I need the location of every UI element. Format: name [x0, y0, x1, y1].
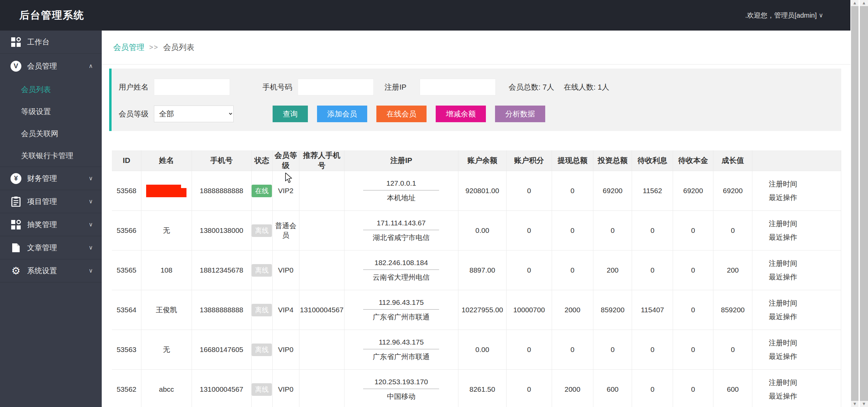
filter-panel: 用户姓名 手机号码 注册IP 会员总数: 7人 在线人数: 1人 — [109, 69, 841, 131]
column-header: 注册IP — [344, 150, 458, 171]
sidebar-item-member-list[interactable]: 会员列表 — [0, 78, 102, 100]
user-menu[interactable]: .欢迎您，管理员[admin] ∨ — [745, 11, 850, 20]
sidebar-item-label: 系统设置 — [27, 266, 89, 276]
cell-phone: 13100004567 — [192, 370, 251, 407]
table-row: 5356818888888888在线VIP2127.0.0.1本机地址92080… — [112, 171, 841, 211]
grid-icon — [10, 219, 22, 230]
status-badge: 离线 — [252, 383, 272, 396]
cell-withdraw-total: 2000 — [552, 370, 593, 407]
cell-level: VIP0 — [272, 370, 299, 407]
sidebar-item-finance[interactable]: ¥ 财务管理 ∨ — [0, 167, 102, 190]
sidebar-item-articles[interactable]: 文章管理 ∨ — [0, 236, 102, 259]
cell-extra: 注册时间最近操作 — [752, 330, 841, 370]
sidebar-item-member-management[interactable]: V 会员管理 ∧ — [0, 54, 102, 78]
scrollbar-thumb[interactable] — [851, 6, 859, 401]
cell-register-ip: 182.246.108.184云南省大理州电信 — [344, 251, 458, 290]
cell-invest-total: 69200 — [593, 171, 632, 211]
column-header: 待收利息 — [632, 150, 673, 171]
table-row: 53562abcc13100004567离线VIP0120.253.193.17… — [112, 370, 841, 407]
finance-icon: ¥ — [10, 173, 22, 184]
ip-link[interactable]: 182.246.108.184 — [363, 259, 439, 270]
sidebar-item-workbench[interactable]: 工作台 — [0, 31, 102, 54]
ip-link[interactable]: 112.96.43.175 — [363, 298, 439, 310]
scroll-up-icon[interactable]: ▲ — [862, 0, 866, 6]
cell-growth: 0 — [713, 211, 752, 251]
breadcrumb-section-link[interactable]: 会员管理 — [113, 42, 144, 53]
table-row: 5356510818812345678离线VIP0182.246.108.184… — [112, 251, 841, 290]
scroll-up-icon[interactable]: ▲ — [853, 0, 857, 6]
adjust-balance-button[interactable]: 增减余额 — [436, 106, 486, 122]
sidebar-item-system-settings[interactable]: ⚙ 系统设置 ∨ — [0, 259, 102, 282]
window-scrollbar[interactable]: ▲ ▼ — [860, 0, 868, 407]
sidebar-item-label: 抽奖管理 — [27, 220, 89, 230]
register-time-label: 注册时间 — [769, 296, 841, 310]
sidebar-item-label: 工作台 — [27, 37, 93, 47]
register-time-label: 注册时间 — [769, 257, 841, 270]
member-level-select[interactable]: 全部 — [154, 106, 234, 122]
inner-scrollbar[interactable]: ▲ ▼ — [851, 0, 859, 407]
cell-points: 0 — [507, 211, 552, 251]
cell-invest-total: 600 — [593, 370, 632, 407]
column-header: 手机号 — [192, 150, 251, 171]
recent-action-label: 最近操作 — [769, 191, 841, 204]
admin-app: 后台管理系统 .欢迎您，管理员[admin] ∨ 工作台 V 会员管理 ∧ — [0, 0, 850, 407]
sidebar-item-label: 会员管理 — [27, 61, 89, 71]
column-header: 推荐人手机号 — [299, 150, 344, 171]
chevron-down-icon: ∨ — [89, 198, 93, 205]
sidebar-item-member-network[interactable]: 会员关联网 — [0, 123, 102, 145]
cell-pending-interest: 0 — [632, 330, 673, 370]
analyze-data-button[interactable]: 分析数据 — [495, 106, 545, 122]
register-ip-input[interactable] — [420, 79, 496, 95]
sidebar-item-projects[interactable]: 项目管理 ∨ — [0, 190, 102, 213]
chevron-down-icon: ∨ — [89, 175, 93, 182]
phone-input[interactable] — [298, 79, 374, 95]
recent-action-label: 最近操作 — [769, 310, 841, 323]
cell-balance: 10227955.00 — [458, 290, 506, 330]
cell-withdraw-total: 0 — [552, 211, 593, 251]
ip-link[interactable]: 112.96.43.175 — [363, 338, 439, 349]
cell-invest-total: 0 — [593, 330, 632, 370]
cell-register-ip: 112.96.43.175广东省广州市联通 — [344, 290, 458, 330]
content: 用户姓名 手机号码 注册IP 会员总数: 7人 在线人数: 1人 — [102, 64, 850, 407]
sidebar-item-lottery[interactable]: 抽奖管理 ∨ — [0, 213, 102, 236]
recent-action-label: 最近操作 — [769, 270, 841, 284]
ip-link[interactable]: 171.114.143.67 — [363, 219, 439, 230]
main-area: 会员管理 >> 会员列表 用户姓名 手机号码 — [102, 31, 850, 407]
sidebar-item-level-settings[interactable]: 等级设置 — [0, 100, 102, 123]
sidebar-group-members: V 会员管理 ∧ 会员列表 等级设置 会员关联网 关联银行卡管理 — [0, 54, 102, 167]
sidebar-item-bank-card-management[interactable]: 关联银行卡管理 — [0, 145, 102, 167]
scroll-down-icon[interactable]: ▼ — [853, 401, 857, 407]
cell-id: 53566 — [112, 211, 141, 251]
dashboard-icon — [10, 36, 22, 48]
chevron-down-icon: ∨ — [89, 221, 93, 228]
cell-pending-interest: 0 — [632, 251, 673, 290]
query-button[interactable]: 查询 — [273, 106, 308, 122]
recent-action-label: 最近操作 — [769, 350, 841, 363]
cell-register-ip: 120.253.193.170中国移动 — [344, 370, 458, 407]
cell-referrer — [299, 330, 344, 370]
scroll-down-icon[interactable]: ▼ — [862, 401, 866, 407]
sidebar: 工作台 V 会员管理 ∧ 会员列表 等级设置 会员关联网 关联银行卡 — [0, 31, 102, 407]
sidebar-subitem-label: 等级设置 — [21, 107, 51, 117]
cell-pending-interest: 115407 — [632, 290, 673, 330]
cell-points: 0 — [507, 370, 552, 407]
cell-extra: 注册时间最近操作 — [752, 211, 841, 251]
recent-action-label: 最近操作 — [769, 389, 841, 403]
ip-link[interactable]: 127.0.0.1 — [363, 179, 439, 190]
add-member-button[interactable]: 添加会员 — [317, 106, 367, 122]
scrollbar-thumb[interactable] — [860, 6, 868, 401]
cell-status: 离线 — [251, 370, 272, 407]
ip-link[interactable]: 120.253.193.170 — [363, 378, 439, 389]
cell-phone: 18812345678 — [192, 251, 251, 290]
cell-id: 53563 — [112, 330, 141, 370]
chevron-down-icon: ∨ — [89, 267, 93, 274]
welcome-text: .欢迎您，管理员[admin] — [745, 11, 817, 20]
ip-location: 本机地址 — [344, 193, 458, 203]
online-members-button[interactable]: 在线会员 — [376, 106, 427, 122]
username-input[interactable] — [154, 79, 230, 95]
clipboard-icon — [10, 196, 22, 207]
column-header: 状态 — [251, 150, 272, 171]
redaction-overlay — [146, 185, 186, 197]
cell-points: 0 — [507, 251, 552, 290]
cell-pending-interest: 11562 — [632, 171, 673, 211]
